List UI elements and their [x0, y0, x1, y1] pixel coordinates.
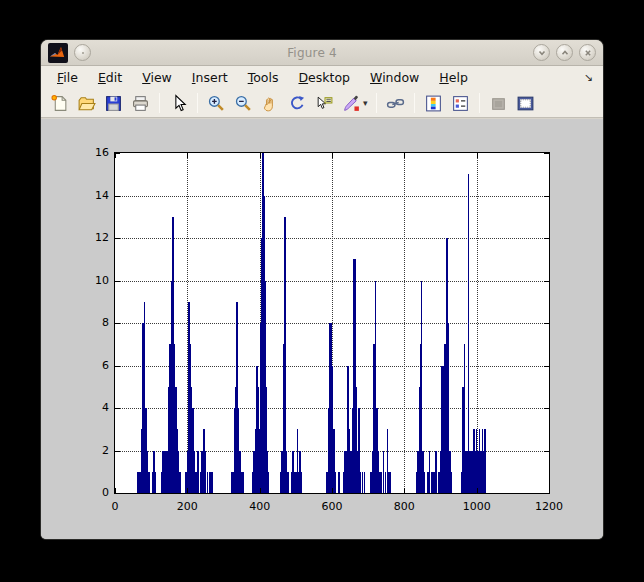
- toolbar-zoom-in-button[interactable]: [204, 91, 229, 115]
- toolbar-zoom-out-button[interactable]: [231, 91, 256, 115]
- titlebar[interactable]: Figure 4: [41, 40, 603, 66]
- toolbar-edit-plot-button[interactable]: [166, 91, 191, 115]
- toolbar-show-plot-tools-button[interactable]: [513, 91, 538, 115]
- brush-dropdown-caret-icon[interactable]: ▾: [363, 98, 368, 108]
- new-figure-icon: [50, 94, 69, 113]
- toolbar-hide-plot-tools-button[interactable]: [486, 91, 511, 115]
- rotate-3d-icon: [288, 94, 307, 113]
- menu-desktop[interactable]: Desktop: [288, 68, 360, 87]
- y-tick: [544, 281, 549, 282]
- y-tick: [544, 451, 549, 452]
- toolbar-insert-colorbar-button[interactable]: [421, 91, 446, 115]
- toolbar-brush-button[interactable]: [339, 91, 364, 115]
- x-tick: [260, 488, 261, 493]
- x-tick: [332, 488, 333, 493]
- hide-plot-tools-icon: [489, 94, 508, 113]
- menu-bar: FileEditViewInsertToolsDesktopWindowHelp…: [41, 66, 603, 89]
- axes: 0200400600800100012000246810121416: [114, 152, 550, 494]
- x-tick-label: 800: [382, 500, 426, 513]
- x-tick: [477, 488, 478, 493]
- link-plots-icon: [386, 94, 405, 113]
- brush-icon: [342, 94, 361, 113]
- x-tick: [477, 153, 478, 158]
- menu-view[interactable]: View: [132, 68, 182, 87]
- bar: [424, 472, 426, 493]
- gridline-y-10: [115, 281, 549, 282]
- dock-figure-arrow-icon[interactable]: ↘: [584, 71, 595, 84]
- bar: [468, 174, 470, 493]
- toolbar-print-figure-button[interactable]: [128, 91, 153, 115]
- shade-button[interactable]: [533, 44, 550, 61]
- y-tick: [115, 196, 120, 197]
- menu-edit[interactable]: Edit: [88, 68, 132, 87]
- show-plot-tools-icon: [516, 94, 535, 113]
- window-title: Figure 4: [97, 46, 527, 60]
- x-tick-label: 0: [93, 500, 137, 513]
- x-tick-label: 1000: [455, 500, 499, 513]
- toolbar-separator: [414, 93, 415, 113]
- bar: [179, 472, 181, 493]
- toolbar-open-file-button[interactable]: [74, 91, 99, 115]
- y-tick-label: 16: [69, 146, 109, 159]
- bar: [484, 429, 486, 493]
- menu-tools[interactable]: Tools: [238, 68, 289, 87]
- plot-area: [115, 153, 549, 493]
- x-tick-label: 600: [310, 500, 354, 513]
- toolbar-separator: [197, 93, 198, 113]
- y-tick: [115, 323, 120, 324]
- y-tick: [115, 238, 120, 239]
- bar: [287, 472, 289, 493]
- zoom-out-icon: [234, 94, 253, 113]
- bar: [155, 472, 157, 493]
- zoom-in-icon: [207, 94, 226, 113]
- bar: [301, 472, 303, 493]
- y-tick: [544, 196, 549, 197]
- x-tick: [404, 488, 405, 493]
- y-tick-label: 4: [69, 401, 109, 414]
- bar: [242, 472, 244, 493]
- menu-help[interactable]: Help: [429, 68, 478, 87]
- toolbar-save-figure-button[interactable]: [101, 91, 126, 115]
- toolbar-rotate-3d-button[interactable]: [285, 91, 310, 115]
- y-tick: [544, 408, 549, 409]
- data-cursor-icon: [315, 94, 334, 113]
- menu-file[interactable]: File: [47, 68, 88, 87]
- bar: [148, 472, 150, 493]
- window-menu-button[interactable]: [74, 44, 91, 61]
- y-tick-label: 14: [69, 189, 109, 202]
- figure-canvas: 0200400600800100012000246810121416: [41, 119, 603, 539]
- menu-window[interactable]: Window: [360, 68, 429, 87]
- y-tick: [544, 323, 549, 324]
- toolbar-separator: [376, 93, 377, 113]
- insert-colorbar-icon: [424, 94, 443, 113]
- toolbar-insert-legend-button[interactable]: [448, 91, 473, 115]
- toolbar-separator: [479, 93, 480, 113]
- y-tick: [544, 238, 549, 239]
- x-tick-label: 1200: [527, 500, 571, 513]
- x-tick-label: 400: [238, 500, 282, 513]
- x-tick: [404, 153, 405, 158]
- desktop-background: Figure 4 FileEditViewInsertToolsDesktopW…: [0, 0, 644, 582]
- x-tick: [332, 153, 333, 158]
- toolbar-data-cursor-button[interactable]: [312, 91, 337, 115]
- y-tick-label: 8: [69, 316, 109, 329]
- toolbar-new-figure-button[interactable]: [47, 91, 72, 115]
- toolbar: ▾: [41, 89, 603, 118]
- close-button[interactable]: [579, 44, 596, 61]
- insert-legend-icon: [451, 94, 470, 113]
- x-tick: [260, 153, 261, 158]
- save-figure-icon: [104, 94, 123, 113]
- x-tick: [187, 488, 188, 493]
- y-tick: [115, 451, 120, 452]
- y-tick-label: 0: [69, 486, 109, 499]
- toolbar-pan-button[interactable]: [258, 91, 283, 115]
- bar: [451, 472, 453, 493]
- bar: [268, 472, 270, 493]
- y-tick-label: 6: [69, 359, 109, 372]
- menu-insert[interactable]: Insert: [182, 68, 238, 87]
- pan-icon: [261, 94, 280, 113]
- window-controls: [533, 44, 596, 61]
- y-tick: [544, 153, 549, 154]
- maximize-button[interactable]: [556, 44, 573, 61]
- toolbar-link-plots-button[interactable]: [383, 91, 408, 115]
